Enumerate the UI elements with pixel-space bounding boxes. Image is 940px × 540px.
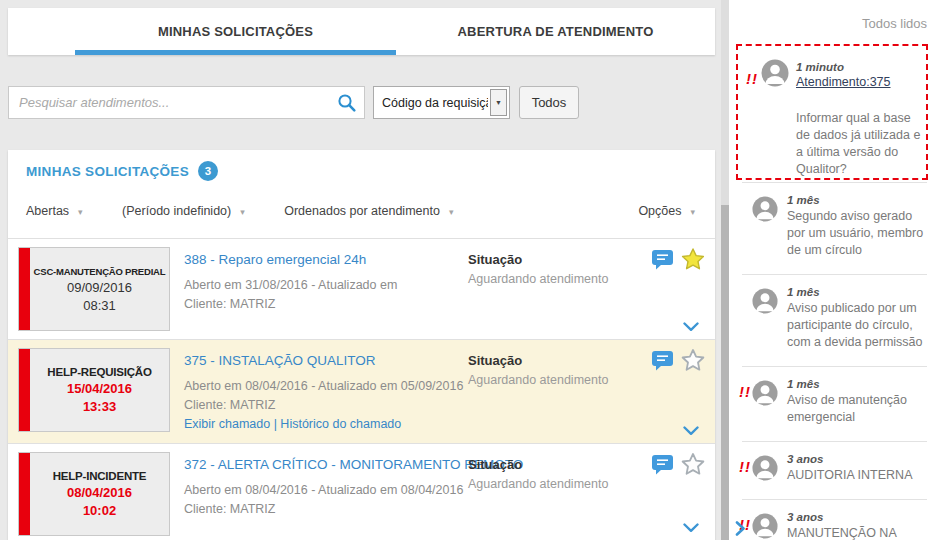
ticket-client-text: Cliente: MATRIZ: [184, 295, 397, 314]
ticket-row-372[interactable]: HELP-INCIDENTE 08/04/2016 10:02 372 - AL…: [8, 443, 715, 540]
notifications-sidebar: Todos lidos !! 1 minuto Atendimento:375 …: [729, 0, 940, 540]
ticket-opened-text: Aberto em 08/04/2016 - Atualizado em 05/…: [184, 377, 463, 396]
all-button[interactable]: Todos: [519, 86, 579, 119]
select-arrow-icon[interactable]: ▼: [490, 89, 507, 116]
tab-bar: MINHAS SOLICITAÇÕES ABERTURA DE ATENDIME…: [8, 8, 715, 55]
filter-bar: Opções▾ Abertas▾ (Período indefinido)▾ O…: [26, 204, 695, 222]
chevron-down-icon[interactable]: [683, 523, 699, 533]
avatar-icon: [752, 513, 778, 539]
notification-body: MANUTENÇÃO NA SALA DE REUNIÕES A: [787, 525, 927, 540]
situation-value: Aguardando atendimento: [468, 477, 608, 491]
comments-icon[interactable]: [652, 351, 673, 371]
helpdesk-app: MINHAS SOLICITAÇÕES ABERTURA DE ATENDIME…: [0, 0, 940, 540]
tab-open-ticket[interactable]: ABERTURA DE ATENDIMENTO: [396, 8, 715, 55]
notification-body: Aviso de manutenção emergencial: [787, 392, 927, 426]
urgent-icon: !!: [739, 458, 751, 475]
notification-time: 1 mês: [787, 286, 927, 298]
notification-body: AUDITORIA INTERNA: [787, 467, 927, 484]
comments-icon[interactable]: [652, 455, 673, 475]
mark-all-read-link[interactable]: Todos lidos: [862, 16, 927, 31]
ticket-opened-text: Aberto em 08/04/2016 - Atualizado em 08/…: [184, 481, 463, 500]
notification-time: 3 anos: [787, 511, 927, 523]
order-filter-dropdown[interactable]: Ordenados por atendimento▾: [284, 204, 453, 218]
ticket-queue-box: HELP-REQUISIÇÃO 15/04/2016 13:33: [18, 348, 170, 432]
star-icon-outline[interactable]: [681, 348, 705, 372]
avatar-icon: [752, 455, 778, 481]
options-dropdown[interactable]: Opções▾: [638, 204, 695, 218]
priority-stripe: [19, 248, 30, 330]
link-separator: |: [270, 417, 280, 431]
ticket-queue-box: CSC-MANUTENÇÃO PREDIAL 09/09/2016 08:31: [18, 247, 170, 331]
chevron-down-icon[interactable]: [683, 426, 699, 436]
avatar-icon: [752, 288, 778, 314]
scrollbar-thumb[interactable]: [721, 205, 729, 540]
notification-body: Segundo aviso gerado por um usuário, mem…: [787, 208, 927, 259]
situation-label: Situação: [468, 457, 522, 472]
chevron-right-icon[interactable]: [735, 521, 746, 536]
ticket-actions: Exibir chamado | Histórico do chamado: [184, 417, 401, 431]
notification-item[interactable]: !! 3 anos AUDITORIA INTERNA: [742, 441, 927, 499]
queue-name: HELP-INCIDENTE: [53, 470, 147, 482]
notification-item[interactable]: !! 1 mês Aviso de manutenção emergencial: [742, 366, 927, 441]
notification-time: 1 mês: [787, 378, 927, 390]
caret-down-icon: ▾: [690, 207, 695, 217]
ticket-meta: Aberto em 08/04/2016 - Atualizado em 08/…: [184, 481, 463, 519]
ticket-row-375[interactable]: HELP-REQUISIÇÃO 15/04/2016 13:33 375 - I…: [8, 339, 715, 443]
situation-label: Situação: [468, 252, 522, 267]
my-requests-panel: MINHAS SOLICITAÇÕES 3 Opções▾ Abertas▾ (…: [8, 150, 715, 540]
notification-time: 1 minuto: [796, 61, 844, 73]
notification-item[interactable]: 1 mês Aviso publicado por um participant…: [742, 274, 927, 366]
vertical-scrollbar[interactable]: [721, 0, 729, 540]
ticket-time: 13:33: [83, 399, 116, 414]
request-count-badge: 3: [198, 161, 218, 181]
notification-body: Aviso publicado por um participante do c…: [787, 300, 927, 351]
caret-down-icon: ▾: [449, 207, 454, 217]
ticket-client-text: Cliente: MATRIZ: [184, 500, 463, 519]
tab-my-requests[interactable]: MINHAS SOLICITAÇÕES: [75, 8, 396, 55]
status-filter-dropdown[interactable]: Abertas▾: [26, 204, 83, 218]
comments-icon[interactable]: [652, 250, 673, 270]
avatar-icon: [752, 380, 778, 406]
search-icon[interactable]: [337, 93, 357, 113]
ticket-history-link[interactable]: Histórico do chamado: [280, 417, 401, 431]
notification-item[interactable]: !! 3 anos MANUTENÇÃO NA SALA DE REUNIÕES…: [742, 499, 927, 540]
request-code-select[interactable]: Código da requisição ▼: [373, 86, 510, 119]
star-icon-filled[interactable]: [681, 247, 705, 271]
ticket-date: 08/04/2016: [67, 485, 132, 500]
search-input[interactable]: [8, 86, 365, 119]
ticket-title-link[interactable]: 375 - INSTALAÇÃO QUALITOR: [184, 353, 376, 368]
notification-time: 1 mês: [787, 194, 927, 206]
notification-item-new[interactable]: !! 1 minuto Atendimento:375 Informar qua…: [736, 44, 928, 180]
notification-time: 3 anos: [787, 453, 927, 465]
queue-name: HELP-REQUISIÇÃO: [47, 366, 151, 378]
show-ticket-link[interactable]: Exibir chamado: [184, 417, 270, 431]
period-filter-dropdown[interactable]: (Período indefinido)▾: [122, 204, 245, 218]
caret-down-icon: ▾: [240, 207, 245, 217]
ticket-client-text: Cliente: MATRIZ: [184, 396, 463, 415]
avatar-icon: [761, 59, 789, 87]
ticket-title-link[interactable]: 388 - Reparo emergencial 24h: [184, 252, 366, 267]
notification-list: 1 mês Segundo aviso gerado por um usuári…: [729, 182, 940, 540]
ticket-time: 08:31: [83, 298, 116, 313]
ticket-date: 09/09/2016: [67, 280, 132, 295]
ticket-date: 15/04/2016: [67, 381, 132, 396]
ticket-queue-box: HELP-INCIDENTE 08/04/2016 10:02: [18, 452, 170, 536]
priority-stripe: [19, 349, 30, 431]
avatar-icon: [752, 196, 778, 222]
panel-title: MINHAS SOLICITAÇÕES: [26, 164, 189, 179]
ticket-list: CSC-MANUTENÇÃO PREDIAL 09/09/2016 08:31 …: [8, 238, 715, 540]
notification-item[interactable]: 1 mês Segundo aviso gerado por um usuári…: [742, 182, 927, 274]
ticket-meta: Aberto em 31/08/2016 - Atualizado em Cli…: [184, 276, 397, 314]
situation-label: Situação: [468, 353, 522, 368]
chevron-down-icon[interactable]: [683, 322, 699, 332]
ticket-row-388[interactable]: CSC-MANUTENÇÃO PREDIAL 09/09/2016 08:31 …: [8, 238, 715, 339]
situation-value: Aguardando atendimento: [468, 272, 608, 286]
queue-name: CSC-MANUTENÇÃO PREDIAL: [34, 266, 166, 277]
priority-stripe: [19, 453, 30, 535]
urgent-icon: !!: [739, 383, 751, 400]
notification-ticket-link[interactable]: Atendimento:375: [796, 75, 891, 89]
star-icon-outline[interactable]: [681, 452, 705, 476]
request-code-select-value: Código da requisição: [374, 87, 488, 118]
ticket-meta: Aberto em 08/04/2016 - Atualizado em 05/…: [184, 377, 463, 415]
urgent-icon: !!: [746, 70, 758, 87]
